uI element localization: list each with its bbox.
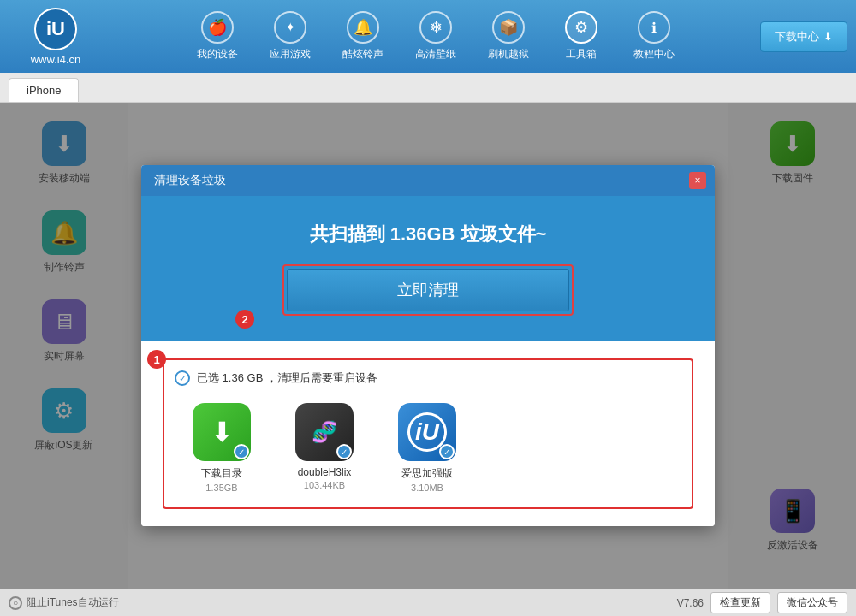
nav-label-ringtones: 酷炫铃声	[342, 47, 383, 62]
nav-item-tutorials[interactable]: ℹ 教程中心	[620, 7, 688, 66]
nav-icon-ringtones: 🔔	[347, 11, 379, 44]
logo-area: iU www.i4.cn	[9, 8, 103, 66]
nav-icon-my-device: 🍎	[201, 11, 234, 44]
modal-title: 清理设备垃圾	[154, 173, 226, 188]
download-center-button[interactable]: 下载中心 ⬇	[760, 21, 847, 52]
wechat-label: 微信公众号	[787, 596, 838, 608]
app-grid: ⬇ ✓ 下载目录 1.35GB 🧬 ✓	[175, 399, 681, 497]
download-arrow-icon: ⬇	[823, 30, 833, 43]
device-tab-label: iPhone	[27, 84, 61, 97]
device-tab-iphone[interactable]: iPhone	[9, 78, 79, 102]
app-name-doubleh3lix: doubleH3lix	[298, 466, 352, 478]
modal-close-button[interactable]: ×	[689, 172, 706, 189]
close-icon: ×	[694, 175, 700, 187]
check-update-label: 检查更新	[720, 596, 761, 608]
nav-label-my-device: 我的设备	[197, 47, 238, 62]
app-item-download-dir[interactable]: ⬇ ✓ 下载目录 1.35GB	[183, 403, 260, 493]
download-center-label: 下载中心	[775, 29, 819, 44]
app-check-doubleh3lix: ✓	[336, 444, 352, 459]
modal-scan-result: 共扫描到 1.36GB 垃圾文件~	[310, 222, 547, 247]
status-bar: ○ 阻止iTunes自动运行 V7.66 检查更新 微信公众号	[0, 589, 856, 616]
nav-label-toolbox: 工具箱	[566, 47, 597, 62]
wechat-public-button[interactable]: 微信公众号	[777, 592, 847, 613]
nav-label-tutorials: 教程中心	[633, 47, 675, 62]
nav-item-apps-games[interactable]: ✦ 应用游戏	[256, 7, 324, 66]
nav-icon-tutorials: ℹ	[638, 11, 670, 44]
app-check-aisi-enhanced: ✓	[439, 444, 455, 459]
nav-label-wallpapers: 高清壁纸	[415, 47, 456, 62]
nav-icon-toolbox: ⚙	[565, 11, 597, 44]
badge-number-2: 2	[235, 310, 254, 329]
modal-bottom: 1 ✓ 已选 1.36 GB ，清理后需要重启设备 ⬇	[141, 341, 715, 526]
nav-item-ringtones[interactable]: 🔔 酷炫铃声	[329, 7, 397, 66]
app-icon-wrapper-download-dir: ⬇ ✓	[193, 403, 251, 461]
nav-item-jailbreak[interactable]: 📦 刷机越狱	[474, 7, 543, 66]
nav-label-jailbreak: 刷机越狱	[488, 47, 529, 62]
navbar: iU www.i4.cn 🍎 我的设备 ✦ 应用游戏 🔔 酷炫铃声 ❄ 高清壁纸…	[0, 0, 856, 73]
clean-button-label: 立即清理	[397, 281, 459, 299]
app-size-aisi-enhanced: 3.10MB	[411, 483, 443, 493]
modal-dialog: 清理设备垃圾 × 共扫描到 1.36GB 垃圾文件~ 立即清理 2	[141, 165, 715, 526]
nav-icon-wallpapers: ❄	[419, 11, 452, 44]
app-item-aisi-enhanced[interactable]: iU ✓ 爱思加强版 3.10MB	[389, 403, 466, 493]
nav-item-wallpapers[interactable]: ❄ 高清壁纸	[401, 7, 470, 66]
check-circle-icon: ✓	[175, 370, 190, 386]
app-size-doubleh3lix: 103.44KB	[304, 480, 345, 490]
modal-overlay: 清理设备垃圾 × 共扫描到 1.36GB 垃圾文件~ 立即清理 2	[0, 103, 856, 589]
app-selection-box: ✓ 已选 1.36 GB ，清理后需要重启设备 ⬇ ✓ 下载目录	[163, 358, 693, 509]
main-content: ⬇ 安装移动端 🔔 制作铃声 🖥 实时屏幕 ⚙ 屏蔽iOS更新 ⬇ 下载固件 📱…	[0, 103, 856, 589]
nav-item-my-device[interactable]: 🍎 我的设备	[183, 7, 252, 66]
selected-info-text: 已选 1.36 GB ，清理后需要重启设备	[197, 370, 377, 386]
app-size-download-dir: 1.35GB	[205, 483, 237, 493]
app-icon-wrapper-doubleh3lix: 🧬 ✓	[295, 403, 354, 461]
app-name-download-dir: 下载目录	[201, 466, 242, 481]
nav-icon-jailbreak: 📦	[492, 11, 525, 44]
app-name-aisi-enhanced: 爱思加强版	[401, 466, 453, 481]
nav-items: 🍎 我的设备 ✦ 应用游戏 🔔 酷炫铃声 ❄ 高清壁纸 📦 刷机越狱 ⚙ 工具箱…	[111, 7, 760, 66]
itunes-label: 阻止iTunes自动运行	[27, 595, 119, 610]
app-check-download-dir: ✓	[234, 444, 249, 459]
modal-clean-btn-wrapper: 立即清理	[282, 264, 574, 316]
tab-bar: iPhone	[0, 73, 856, 103]
badge-number-1: 1	[147, 350, 166, 369]
nav-item-toolbox[interactable]: ⚙ 工具箱	[547, 7, 615, 66]
status-left: ○ 阻止iTunes自动运行	[9, 595, 119, 610]
app-item-doubleh3lix[interactable]: 🧬 ✓ doubleH3lix 103.44KB	[286, 403, 363, 493]
modal-header: 清理设备垃圾 ×	[141, 165, 715, 196]
modal-clean-button[interactable]: 立即清理	[287, 269, 569, 311]
logo-icon: iU	[34, 8, 77, 50]
check-update-button[interactable]: 检查更新	[710, 592, 770, 613]
modal-blue-section: 共扫描到 1.36GB 垃圾文件~ 立即清理 2	[141, 196, 715, 341]
nav-icon-apps-games: ✦	[274, 11, 306, 44]
nav-label-apps-games: 应用游戏	[270, 47, 311, 62]
logo-subtitle: www.i4.cn	[31, 53, 81, 66]
app-icon-wrapper-aisi-enhanced: iU ✓	[398, 403, 456, 461]
status-right: V7.66 检查更新 微信公众号	[677, 592, 847, 613]
version-label: V7.66	[677, 597, 704, 609]
modal-selected-info: ✓ 已选 1.36 GB ，清理后需要重启设备	[175, 370, 681, 386]
